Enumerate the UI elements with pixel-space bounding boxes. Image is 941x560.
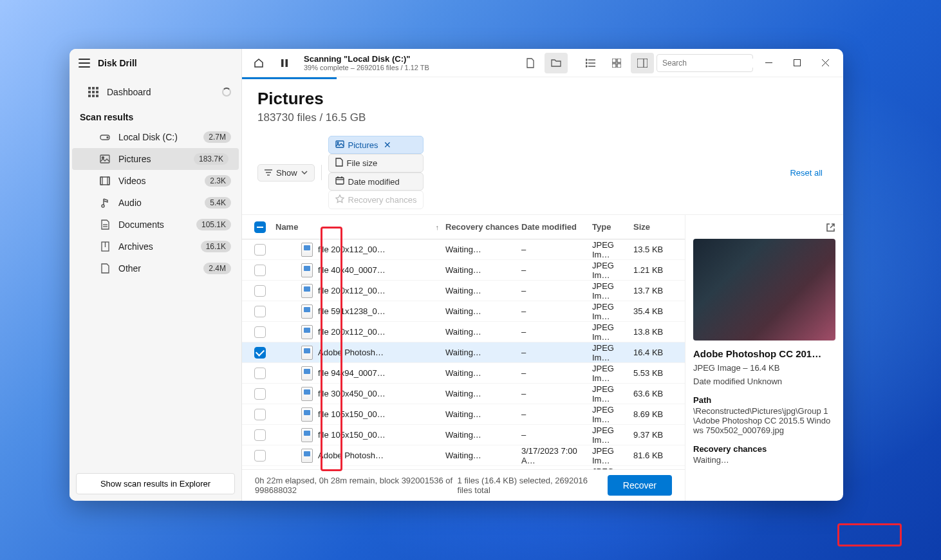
open-external-button[interactable]: [826, 223, 835, 235]
toolbar: Scanning "Local Disk (C:)" 39% complete …: [242, 49, 843, 77]
sidebar-item-label: Videos: [118, 176, 205, 186]
maximize-button[interactable]: [784, 53, 810, 73]
sidebar-item-audio[interactable]: Audio 5.4K: [70, 192, 241, 214]
file-icon: [301, 263, 313, 277]
svg-point-27: [586, 62, 587, 64]
file-recovery: Waiting…: [445, 327, 521, 337]
search-input[interactable]: [662, 59, 759, 68]
list-view-button[interactable]: [579, 53, 602, 73]
sidebar-item-pictures[interactable]: Pictures 183.7K: [72, 148, 239, 170]
image-icon: [99, 153, 111, 165]
panel-toggle-button[interactable]: [631, 53, 654, 73]
table-header: Name↑ Recovery chances Date modified Typ…: [242, 215, 685, 239]
show-filter-button[interactable]: Show: [257, 164, 315, 182]
sidebar-item-archives[interactable]: Archives 16.1K: [70, 236, 241, 257]
table-row[interactable]: file 200x112_00… Waiting… – JPEG Im… 13.…: [242, 281, 685, 301]
row-checkbox[interactable]: [254, 347, 266, 359]
preview-recovery-section: Recovery chances Waiting…: [693, 444, 835, 465]
select-all-checkbox[interactable]: [254, 221, 266, 233]
col-size[interactable]: Size: [633, 222, 680, 232]
file-name: Adobe Photosh…: [318, 451, 445, 460]
preview-image: [693, 239, 835, 341]
svg-rect-30: [617, 59, 621, 62]
filter-chip-date-modified[interactable]: Date modified: [328, 173, 424, 191]
row-checkbox[interactable]: [254, 306, 266, 317]
file-view-button[interactable]: [519, 53, 542, 73]
table-row[interactable]: file 200x112_00… Waiting… – JPEG Im… 13.…: [242, 239, 685, 260]
file-recovery: Waiting…: [445, 306, 521, 316]
table-wrap: Name↑ Recovery chances Date modified Typ…: [242, 214, 843, 501]
row-checkbox[interactable]: [254, 409, 266, 420]
chip-label: Date modified: [348, 177, 400, 187]
home-button[interactable]: [247, 53, 270, 73]
file-size: 81.6 KB: [633, 451, 680, 460]
close-button[interactable]: [812, 53, 838, 73]
col-name[interactable]: Name↑: [273, 222, 445, 232]
minimize-button[interactable]: [756, 53, 781, 73]
table-row[interactable]: file 105x150_00… Waiting… – JPEG Im… 9.3…: [242, 425, 685, 445]
grid-view-button[interactable]: [605, 53, 628, 73]
row-checkbox[interactable]: [254, 388, 266, 400]
file-name: file 200x112_00…: [318, 286, 445, 295]
dashboard-icon: [88, 86, 99, 98]
row-checkbox[interactable]: [254, 368, 266, 379]
table-row[interactable]: file 40x40_0007… Waiting… – JPEG Im… 1.2…: [242, 260, 685, 281]
table-row[interactable]: file 105x150_00… Waiting… – JPEG Im… 8.6…: [242, 404, 685, 425]
table-row[interactable]: file 300x450_00… Waiting… – JPEG Im… 63.…: [242, 384, 685, 404]
table-row[interactable]: file 591x1238_0… Waiting… – JPEG Im… 35.…: [242, 301, 685, 322]
file-icon: [301, 469, 313, 470]
svg-rect-8: [96, 95, 98, 97]
col-type[interactable]: Type: [592, 222, 633, 232]
file-date: 3/17/2023 7:00 A…: [521, 446, 592, 465]
table-row[interactable]: file 200x112_00… Waiting… – JPEG Im… 13.…: [242, 322, 685, 342]
col-recovery[interactable]: Recovery chances: [445, 222, 521, 232]
sidebar-item-documents[interactable]: Documents 105.1K: [70, 214, 241, 236]
sidebar-item-videos[interactable]: Videos 2.3K: [70, 170, 241, 192]
sidebar-item-other[interactable]: Other 2.4M: [70, 257, 241, 279]
filter-chip-file-size[interactable]: File size: [328, 154, 424, 173]
row-checkbox[interactable]: [254, 450, 266, 462]
file-recovery: Waiting…: [445, 368, 521, 378]
sidebar-item-dashboard[interactable]: Dashboard: [70, 81, 241, 103]
table-row[interactable]: Adobe Photosh… Waiting… 3/17/2023 7:00 A…: [242, 445, 685, 466]
col-date[interactable]: Date modified: [521, 222, 592, 232]
file-icon: [301, 407, 313, 422]
row-checkbox[interactable]: [254, 265, 266, 276]
table-row[interactable]: Adobe Photosh… Waiting… – JPEG Im… 16.4 …: [242, 342, 685, 363]
chip-icon: [335, 194, 344, 205]
close-icon[interactable]: ✕: [384, 140, 391, 150]
file-recovery: Waiting…: [445, 389, 521, 398]
sidebar-item-label: Documents: [118, 219, 196, 230]
filter-chip-pictures[interactable]: Pictures✕: [328, 136, 424, 154]
row-checkbox[interactable]: [254, 244, 266, 256]
audio-icon: [99, 197, 111, 209]
filter-bar: Show Pictures✕File sizeDate modifiedReco…: [242, 131, 843, 214]
search-box[interactable]: [657, 54, 753, 72]
row-checkbox[interactable]: [254, 429, 266, 441]
app-window: Disk Drill Dashboard Scan results Local …: [70, 49, 843, 501]
filter-icon: [265, 169, 272, 176]
svg-point-26: [586, 59, 587, 61]
sidebar-item-badge: 183.7K: [194, 153, 228, 165]
table-row[interactable]: file 94x94_0007… Waiting… – JPEG Im… 5.5…: [242, 363, 685, 384]
file-type: JPEG Im…: [592, 384, 633, 404]
file-date: –: [521, 348, 592, 357]
sidebar-item-label: Local Disk (C:): [118, 132, 203, 142]
filter-chip-recovery-chances[interactable]: Recovery chances: [328, 191, 424, 209]
table-body[interactable]: file 200x112_00… Waiting… – JPEG Im… 13.…: [242, 239, 685, 469]
show-in-explorer-button[interactable]: Show scan results in Explorer: [76, 473, 235, 494]
recover-button[interactable]: Recover: [608, 475, 672, 496]
svg-rect-0: [88, 87, 91, 89]
pause-button[interactable]: [273, 53, 296, 73]
reset-all-link[interactable]: Reset all: [790, 168, 828, 178]
sidebar: Disk Drill Dashboard Scan results Local …: [70, 49, 242, 501]
row-checkbox[interactable]: [254, 285, 266, 297]
folder-view-button[interactable]: [545, 53, 568, 73]
sidebar-item-local-disk-c-[interactable]: Local Disk (C:) 2.7M: [70, 126, 241, 148]
svg-rect-37: [765, 62, 772, 63]
row-checkbox[interactable]: [254, 326, 266, 338]
hamburger-icon[interactable]: [79, 59, 90, 68]
file-date: –: [521, 389, 592, 398]
preview-meta-date: Date modified Unknown: [693, 377, 835, 386]
file-date: –: [521, 409, 592, 419]
